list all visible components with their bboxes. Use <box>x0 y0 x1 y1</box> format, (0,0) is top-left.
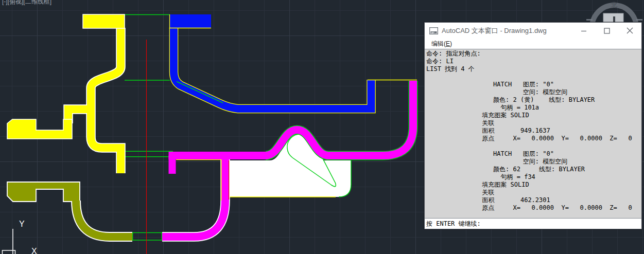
close-button[interactable] <box>618 23 641 39</box>
titlebar[interactable]: AutoCAD 文本窗口 - Drawing1.dwg <box>425 23 641 39</box>
menu-edit-label: 编辑( <box>431 40 446 47</box>
ucs-icon: Y X <box>3 220 38 254</box>
autocad-screen: [-][俯视][二维线框] <box>0 0 644 254</box>
menu-edit-mnemonic: E <box>446 40 450 47</box>
autocad-text-window: AutoCAD 文本窗口 - Drawing1.dwg 编辑(E) <box>424 22 642 229</box>
minimize-button[interactable] <box>572 23 595 39</box>
maximize-button[interactable] <box>595 23 618 39</box>
command-input-line[interactable]: 按 ENTER 键继续: <box>425 219 641 229</box>
close-icon <box>626 27 633 34</box>
viewport-controls-label[interactable]: [-][俯视][二维线框] <box>2 0 51 5</box>
ucs-y-label: Y <box>19 220 25 228</box>
console-output[interactable]: 命令: 指定对角点: 命令: LI LIST 找到 4 个 HATCH 图层: … <box>425 49 641 219</box>
console-text: 命令: 指定对角点: 命令: LI LIST 找到 4 个 HATCH 图层: … <box>425 49 641 212</box>
text-window-icon[interactable] <box>429 27 438 34</box>
hatch-yellow[interactable] <box>7 14 125 173</box>
ucs-x-label: X <box>31 247 37 254</box>
menu-edit[interactable]: 编辑(E) <box>429 39 454 49</box>
maximize-icon <box>604 28 610 34</box>
menu-edit-label-suffix: ) <box>450 40 452 47</box>
viewcube-north-label: 北 <box>611 1 618 9</box>
window-title: AutoCAD 文本窗口 - Drawing1.dwg <box>442 26 572 35</box>
menubar: 编辑(E) <box>425 39 641 49</box>
minimize-icon <box>581 28 587 34</box>
hatch-blue[interactable] <box>170 14 417 109</box>
hatch-olive[interactable] <box>7 182 132 237</box>
